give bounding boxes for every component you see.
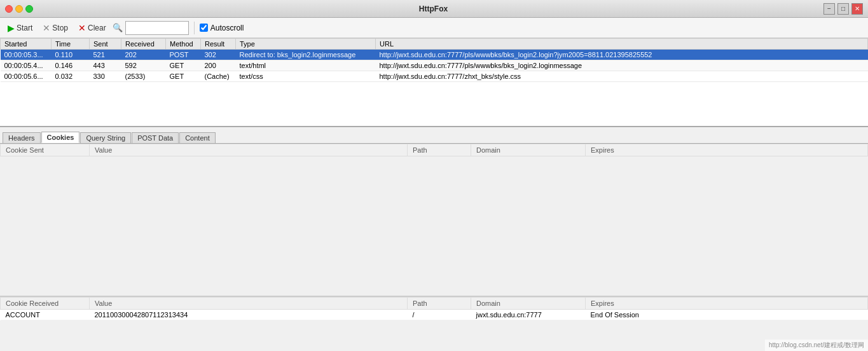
- table-cell: 0.146: [52, 60, 90, 71]
- stop-button[interactable]: ✕ Stop: [39, 22, 72, 34]
- col-header-method[interactable]: Method: [166, 39, 201, 50]
- col-header-time[interactable]: Time: [52, 39, 90, 50]
- table-cell: Redirect to: bks_login2.loginmessage: [236, 50, 376, 60]
- cookie-received-table: Cookie Received Value Path Domain Expire…: [0, 297, 868, 320]
- table-row[interactable]: 00:00:05.6...0.032330(2533)GET(Cache)tex…: [1, 71, 868, 82]
- window-title: HttpFox: [43, 4, 823, 13]
- tab-headers[interactable]: Headers: [3, 132, 41, 143]
- table-cell: POST: [166, 50, 201, 60]
- table-cell: 200: [201, 60, 236, 71]
- detail-tabs: Headers Cookies Query String POST Data C…: [0, 127, 868, 144]
- table-cell: http://jwxt.sdu.edu.cn:7777/pls/wwwbks/b…: [376, 60, 868, 71]
- table-cell: 00:00:05.3...: [1, 50, 52, 60]
- col-header-result[interactable]: Result: [201, 39, 236, 50]
- tab-query-string[interactable]: Query String: [80, 132, 131, 143]
- table-cell: (Cache): [201, 71, 236, 82]
- title-bar: HttpFox − □ ✕: [0, 0, 868, 18]
- clear-icon: ✕: [78, 23, 86, 33]
- col-cookie-sent[interactable]: Cookie Sent: [1, 144, 90, 156]
- minimize-dot-icon[interactable]: [15, 5, 23, 13]
- start-icon: ▶: [8, 23, 15, 33]
- col-header-sent[interactable]: Sent: [90, 39, 121, 50]
- maximize-button[interactable]: □: [837, 3, 849, 15]
- status-text: http://blog.csdn.net/建程戒/数理网: [769, 341, 864, 348]
- col-cookie-received-value[interactable]: Value: [90, 298, 408, 310]
- col-cookie-sent-expires[interactable]: Expires: [586, 144, 868, 156]
- table-cell: GET: [166, 71, 201, 82]
- col-header-started[interactable]: Started: [1, 39, 52, 50]
- cookie-received-section: Cookie Received Value Path Domain Expire…: [0, 296, 868, 320]
- minimize-button[interactable]: −: [823, 3, 835, 15]
- status-bar: http://blog.csdn.net/建程戒/数理网: [765, 340, 868, 351]
- table-cell: text/css: [236, 71, 376, 82]
- table-cell: 592: [121, 60, 166, 71]
- request-table-container: Started Time Sent Received Method Result…: [0, 38, 868, 127]
- separator: [194, 22, 195, 34]
- request-table: Started Time Sent Received Method Result…: [0, 38, 868, 82]
- col-header-received[interactable]: Received: [121, 39, 166, 50]
- list-item[interactable]: ACCOUNT201100300042807112313434/jwxt.sdu…: [1, 310, 868, 320]
- table-row[interactable]: 00:00:05.4...0.146443592GET200text/htmlh…: [1, 60, 868, 71]
- col-cookie-received-path[interactable]: Path: [408, 298, 471, 310]
- col-cookie-sent-value[interactable]: Value: [90, 144, 408, 156]
- search-icon[interactable]: 🔍: [113, 23, 123, 32]
- col-header-url[interactable]: URL: [376, 39, 868, 50]
- table-cell: 0.110: [52, 50, 90, 60]
- toolbar: ▶ Start ✕ Stop ✕ Clear 🔍 Autoscroll: [0, 18, 868, 38]
- tab-cookies[interactable]: Cookies: [41, 132, 80, 143]
- table-cell: text/html: [236, 60, 376, 71]
- col-cookie-received[interactable]: Cookie Received: [1, 298, 90, 310]
- cookie-cell: End Of Session: [586, 310, 868, 320]
- table-cell: 521: [90, 50, 121, 60]
- table-cell: GET: [166, 60, 201, 71]
- table-cell: (2533): [121, 71, 166, 82]
- col-cookie-sent-domain[interactable]: Domain: [471, 144, 586, 156]
- table-cell: 202: [121, 50, 166, 60]
- table-cell: 00:00:05.6...: [1, 71, 52, 82]
- table-cell: 00:00:05.4...: [1, 60, 52, 71]
- col-header-type[interactable]: Type: [236, 39, 376, 50]
- autoscroll-label[interactable]: Autoscroll: [200, 24, 244, 32]
- tab-post-data[interactable]: POST Data: [132, 132, 179, 143]
- close-button[interactable]: ✕: [851, 3, 863, 15]
- cookie-sent-table: Cookie Sent Value Path Domain Expires: [0, 144, 868, 156]
- table-row[interactable]: 00:00:05.3...0.110521202POST302Redirect …: [1, 50, 868, 60]
- main-container: ▶ Start ✕ Stop ✕ Clear 🔍 Autoscroll Star…: [0, 18, 868, 351]
- cookie-cell: ACCOUNT: [1, 310, 90, 320]
- table-cell: 0.032: [52, 71, 90, 82]
- cookie-cell: /: [408, 310, 471, 320]
- search-input[interactable]: [125, 21, 189, 35]
- table-cell: 443: [90, 60, 121, 71]
- clear-button[interactable]: ✕ Clear: [74, 22, 110, 34]
- autoscroll-checkbox[interactable]: [200, 24, 208, 32]
- tab-content[interactable]: Content: [179, 132, 216, 143]
- maximize-dot-icon[interactable]: [25, 5, 33, 13]
- table-cell: 330: [90, 71, 121, 82]
- table-cell: http://jwxt.sdu.edu.cn:7777/zhxt_bks/sty…: [376, 71, 868, 82]
- cookie-cell: jwxt.sdu.edu.cn:7777: [471, 310, 586, 320]
- table-cell: 302: [201, 50, 236, 60]
- col-cookie-received-expires[interactable]: Expires: [586, 298, 868, 310]
- cookie-cell: 201100300042807112313434: [90, 310, 408, 320]
- cookie-received-tbody: ACCOUNT201100300042807112313434/jwxt.sdu…: [1, 310, 868, 320]
- table-cell: http://jwxt.sdu.edu.cn:7777/pls/wwwbks/b…: [376, 50, 868, 60]
- stop-icon: ✕: [43, 23, 50, 33]
- start-button[interactable]: ▶ Start: [4, 22, 36, 34]
- col-cookie-received-domain[interactable]: Domain: [471, 298, 586, 310]
- close-dot-icon[interactable]: [5, 5, 13, 13]
- col-cookie-sent-path[interactable]: Path: [408, 144, 471, 156]
- cookie-sent-section: Cookie Sent Value Path Domain Expires: [0, 144, 868, 296]
